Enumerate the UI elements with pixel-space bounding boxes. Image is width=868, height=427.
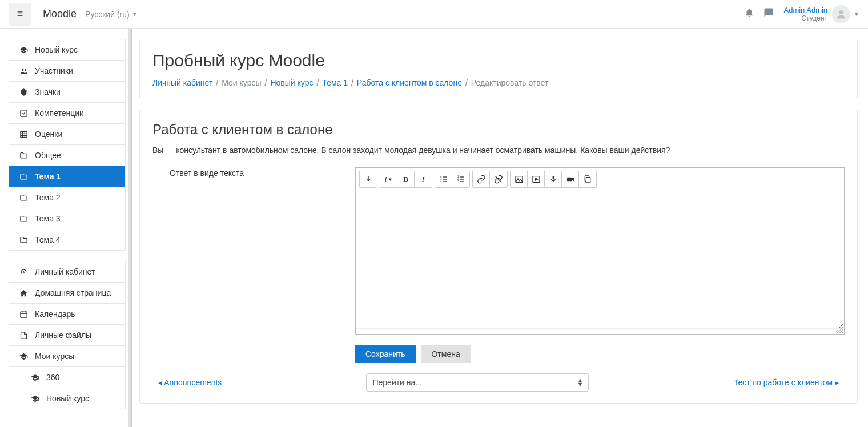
sidebar-item-label: Календарь [35,309,75,319]
user-role: Студент [784,14,828,22]
sidebar-item-s1-3[interactable]: Компетенции [9,103,125,124]
save-button[interactable]: Сохранить [355,345,416,363]
toolbar-unlink-button[interactable] [490,171,507,187]
sidebar-item-s2-6[interactable]: Новый курс [9,388,125,409]
sidebar-item-label: Оценки [35,130,62,139]
sidebar-item-s1-8[interactable]: Тема 3 [9,208,125,229]
svg-text:3: 3 [457,180,459,183]
sidebar-toggle-button[interactable]: ≡ [9,3,31,26]
hamburger-icon: ≡ [17,8,23,20]
svg-point-17 [440,181,441,182]
cancel-button[interactable]: Отмена [421,345,470,363]
svg-point-15 [440,179,441,180]
folder-icon [18,194,29,202]
toolbar-styles-button[interactable]: i▼ [380,171,397,187]
svg-marker-33 [572,178,574,182]
breadcrumb-separator: / [351,78,353,87]
sidebar-item-label: Новый курс [46,394,89,403]
folder-icon [18,236,29,244]
svg-point-2 [25,69,26,71]
sidebar-item-s1-4[interactable]: Оценки [9,124,125,145]
svg-rect-35 [586,178,590,183]
sidebar-item-s2-0[interactable]: Личный кабинет [9,261,125,283]
svg-rect-32 [567,178,572,182]
toolbar-ul-button[interactable] [435,171,452,187]
breadcrumb-separator: / [465,78,468,87]
graduation-icon [29,394,41,403]
next-activity-link[interactable]: Тест по работе с клиентом ▸ [734,378,839,387]
sidebar-item-label: Тема 1 [35,172,61,181]
breadcrumb-separator: / [216,78,218,87]
svg-marker-29 [535,178,537,180]
sidebar-item-label: Общее [35,151,61,160]
activity-navigation: ◂ Announcements Перейти на... ▲▼ Тест по… [152,363,845,392]
users-icon [18,67,29,75]
sidebar-item-s2-1[interactable]: Домашняя страница [9,283,125,304]
notifications-icon[interactable] [744,7,754,21]
svg-rect-4 [20,131,26,137]
breadcrumb-item-4[interactable]: Работа с клиентом в салоне [357,78,462,87]
sidebar-item-s1-7[interactable]: Тема 2 [9,187,125,208]
sidebar-item-s2-4[interactable]: Мои курсы [9,346,125,367]
breadcrumb-item-0[interactable]: Личный кабинет [152,78,212,87]
graduation-icon [18,46,29,54]
toolbar-link-button[interactable] [473,171,490,187]
sidebar-item-s2-3[interactable]: Личные файлы [9,325,125,346]
sidebar-item-s1-5[interactable]: Общее [9,145,125,166]
svg-rect-24 [460,181,464,182]
graduation-icon [18,352,29,361]
sidebar: Новый курсУчастникиЗначкиКомпетенцииОцен… [0,29,126,427]
activity-card: Работа с клиентом в салоне Вы — консульт… [139,110,858,404]
sidebar-item-s1-0[interactable]: Новый курс [9,39,125,61]
graduation-icon [29,373,41,382]
language-selector[interactable]: Русский (ru) ▼ [85,10,138,19]
toolbar-ol-button[interactable]: 123 [452,171,469,187]
prev-activity-label: Announcements [164,378,222,387]
home-icon [18,289,29,297]
navbar: ≡ Moodle Русский (ru) ▼ Admin Admin Студ… [0,0,868,29]
breadcrumb-item-3[interactable]: Тема 1 [322,78,348,87]
sidebar-item-s1-1[interactable]: Участники [9,61,125,82]
jump-to-select[interactable]: Перейти на... [366,373,589,392]
sidebar-item-s1-9[interactable]: Тема 4 [9,229,125,250]
toolbar-record-audio-button[interactable] [545,171,562,187]
toolbar-files-button[interactable] [579,171,596,187]
language-label: Русский (ru) [85,10,130,19]
sidebar-item-s2-5[interactable]: 360 [9,367,125,388]
messages-icon[interactable] [763,7,774,21]
sidebar-item-label: Личные файлы [35,331,91,340]
next-activity-label: Тест по работе с клиентом [734,378,833,387]
splitter[interactable] [126,29,134,427]
svg-rect-16 [443,179,447,179]
folder-icon [18,151,29,160]
prev-activity-link[interactable]: ◂ Announcements [158,378,222,387]
editor-textarea[interactable] [356,191,844,328]
toolbar-bold-button[interactable]: B [397,171,415,187]
breadcrumb-item-1: Мои курсы [222,78,261,87]
sidebar-item-label: Домашняя страница [35,288,111,297]
breadcrumb-separator: / [265,78,267,87]
editor-toolbar: i▼ B I 123 [356,168,844,191]
toolbar-image-button[interactable] [511,171,528,187]
response-field-label: Ответ в виде текста [152,167,355,363]
toolbar-record-video-button[interactable] [562,171,579,187]
breadcrumb-item-2[interactable]: Новый курс [270,78,313,87]
folder-icon [18,172,29,181]
main-content: Пробный курс Moodle Личный кабинет/Мои к… [134,29,868,427]
shield-icon [18,88,29,96]
editor-resizer[interactable] [356,328,844,334]
sidebar-item-label: Тема 2 [35,193,61,202]
sidebar-item-s2-2[interactable]: Календарь [9,304,125,325]
toolbar-media-button[interactable] [528,171,545,187]
speed-icon [18,268,29,276]
toolbar-italic-button[interactable]: I [415,171,432,187]
toolbar-expand-button[interactable] [360,171,377,187]
svg-point-1 [21,69,23,71]
sidebar-item-s1-6[interactable]: Тема 1 [9,166,125,187]
user-menu[interactable]: Admin Admin Студент ▼ [784,5,860,23]
sidebar-item-s1-2[interactable]: Значки [9,82,125,103]
file-icon [18,331,29,340]
sidebar-item-label: Мои курсы [35,352,74,361]
site-brand: Moodle [43,8,77,20]
sidebar-item-label: Тема 4 [35,235,61,244]
